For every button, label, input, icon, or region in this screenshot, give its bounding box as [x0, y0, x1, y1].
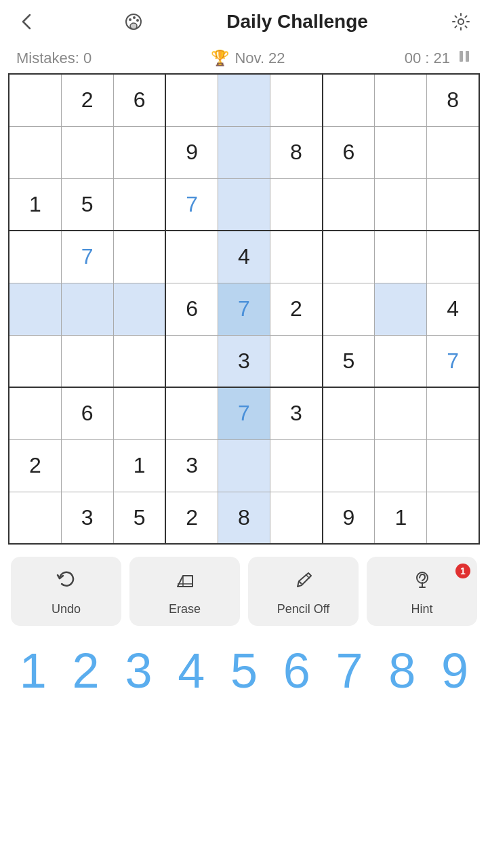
cell-4-1[interactable]	[61, 283, 113, 335]
pick-2[interactable]: 2	[62, 646, 110, 695]
pause-icon[interactable]	[457, 49, 472, 68]
cell-0-4[interactable]	[218, 74, 270, 126]
cell-2-0[interactable]: 1	[9, 178, 61, 231]
cell-4-6[interactable]	[323, 283, 375, 335]
cell-6-6[interactable]	[323, 387, 375, 439]
cell-1-1[interactable]	[61, 126, 113, 178]
back-button[interactable]	[14, 8, 41, 35]
cell-6-0[interactable]	[9, 387, 61, 439]
cell-2-1[interactable]: 5	[61, 178, 113, 231]
erase-button[interactable]: Erase	[129, 557, 240, 626]
settings-button[interactable]	[447, 8, 474, 35]
cell-5-7[interactable]	[375, 335, 427, 387]
cell-5-3[interactable]	[165, 335, 218, 387]
cell-4-7[interactable]	[375, 283, 427, 335]
cell-0-5[interactable]	[270, 74, 323, 126]
cell-5-8[interactable]: 7	[427, 335, 479, 387]
cell-8-6[interactable]: 9	[323, 492, 375, 544]
cell-8-5[interactable]	[270, 492, 323, 544]
cell-3-2[interactable]	[113, 231, 165, 283]
hint-label: Hint	[411, 602, 432, 616]
cell-6-2[interactable]	[113, 387, 165, 439]
cell-0-3[interactable]	[165, 74, 218, 126]
cell-7-7[interactable]	[375, 439, 427, 492]
cell-8-2[interactable]: 5	[113, 492, 165, 544]
cell-1-6[interactable]: 6	[323, 126, 375, 178]
cell-5-5[interactable]	[270, 335, 323, 387]
hint-button[interactable]: 1 Hint	[367, 557, 477, 626]
pick-7[interactable]: 7	[325, 646, 373, 695]
cell-5-0[interactable]	[9, 335, 61, 387]
cell-1-3[interactable]: 9	[165, 126, 218, 178]
cell-2-5[interactable]	[270, 178, 323, 231]
pick-4[interactable]: 4	[167, 646, 216, 695]
pick-6[interactable]: 6	[272, 646, 321, 695]
cell-8-3[interactable]: 2	[165, 492, 218, 544]
cell-0-6[interactable]	[323, 74, 375, 126]
pencil-button[interactable]: Pencil Off	[248, 557, 359, 626]
cell-2-6[interactable]	[323, 178, 375, 231]
cell-3-0[interactable]	[9, 231, 61, 283]
cell-8-8[interactable]	[427, 492, 479, 544]
cell-3-7[interactable]	[375, 231, 427, 283]
cell-1-5[interactable]: 8	[270, 126, 323, 178]
cell-3-1[interactable]: 7	[61, 231, 113, 283]
pick-1[interactable]: 1	[9, 646, 58, 695]
cell-7-1[interactable]	[61, 439, 113, 492]
cell-1-0[interactable]	[9, 126, 61, 178]
cell-4-4[interactable]: 7	[218, 283, 270, 335]
cell-7-6[interactable]	[323, 439, 375, 492]
cell-8-0[interactable]	[9, 492, 61, 544]
cell-1-4[interactable]	[218, 126, 270, 178]
cell-8-7[interactable]: 1	[375, 492, 427, 544]
pick-3[interactable]: 3	[114, 646, 163, 695]
cell-6-7[interactable]	[375, 387, 427, 439]
cell-4-2[interactable]	[113, 283, 165, 335]
cell-8-1[interactable]: 3	[61, 492, 113, 544]
cell-2-8[interactable]	[427, 178, 479, 231]
hint-badge: 1	[455, 564, 470, 578]
cell-3-3[interactable]	[165, 231, 218, 283]
cell-7-2[interactable]: 1	[113, 439, 165, 492]
cell-2-3[interactable]: 7	[165, 178, 218, 231]
cell-7-8[interactable]	[427, 439, 479, 492]
cell-4-0[interactable]	[9, 283, 61, 335]
cell-7-4[interactable]	[218, 439, 270, 492]
cell-0-0[interactable]	[9, 74, 61, 126]
cell-1-7[interactable]	[375, 126, 427, 178]
cell-3-8[interactable]	[427, 231, 479, 283]
cell-4-5[interactable]: 2	[270, 283, 323, 335]
cell-6-4[interactable]: 7	[218, 387, 270, 439]
undo-button[interactable]: Undo	[11, 557, 121, 626]
cell-6-3[interactable]	[165, 387, 218, 439]
cell-5-2[interactable]	[113, 335, 165, 387]
cell-0-1[interactable]: 2	[61, 74, 113, 126]
cell-1-8[interactable]	[427, 126, 479, 178]
cell-3-6[interactable]	[323, 231, 375, 283]
cell-6-1[interactable]: 6	[61, 387, 113, 439]
cell-0-7[interactable]	[375, 74, 427, 126]
cell-0-2[interactable]: 6	[113, 74, 165, 126]
cell-8-4[interactable]: 8	[218, 492, 270, 544]
cell-6-8[interactable]	[427, 387, 479, 439]
pick-8[interactable]: 8	[378, 646, 426, 695]
cell-2-2[interactable]	[113, 178, 165, 231]
cell-4-8[interactable]: 4	[427, 283, 479, 335]
cell-5-4[interactable]: 3	[218, 335, 270, 387]
cell-5-1[interactable]	[61, 335, 113, 387]
cell-2-4[interactable]	[218, 178, 270, 231]
cell-3-5[interactable]	[270, 231, 323, 283]
cell-7-5[interactable]	[270, 439, 323, 492]
cell-4-3[interactable]: 6	[165, 283, 218, 335]
pick-9[interactable]: 9	[430, 646, 479, 695]
cell-0-8[interactable]: 8	[427, 74, 479, 126]
cell-1-2[interactable]	[113, 126, 165, 178]
cell-6-5[interactable]: 3	[270, 387, 323, 439]
pick-5[interactable]: 5	[220, 646, 268, 695]
palette-button[interactable]	[120, 8, 147, 35]
cell-7-0[interactable]: 2	[9, 439, 61, 492]
cell-3-4[interactable]: 4	[218, 231, 270, 283]
cell-5-6[interactable]: 5	[323, 335, 375, 387]
cell-2-7[interactable]	[375, 178, 427, 231]
cell-7-3[interactable]: 3	[165, 439, 218, 492]
